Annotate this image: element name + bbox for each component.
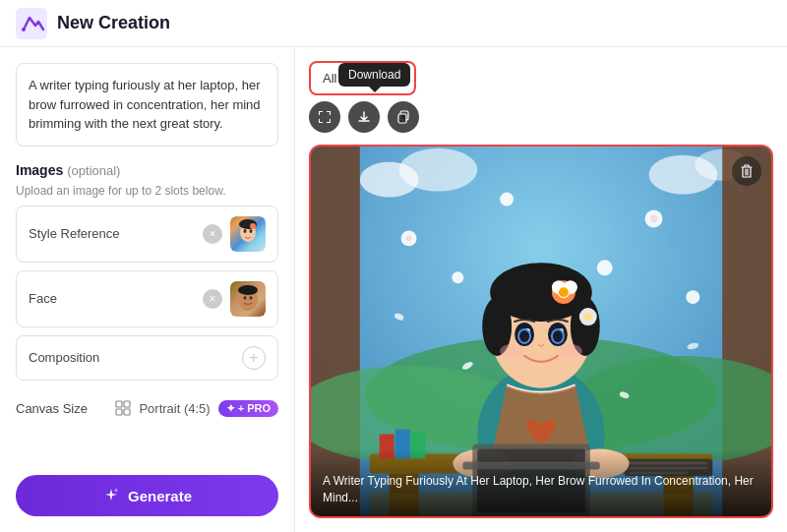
generate-label: Generate — [128, 488, 192, 504]
action-bar — [309, 101, 773, 133]
face-thumb — [230, 281, 266, 317]
app-logo-icon — [16, 8, 47, 39]
svg-point-5 — [250, 229, 253, 233]
style-reference-remove-btn[interactable]: × — [203, 224, 222, 244]
images-title: Images — [16, 162, 63, 178]
svg-point-59 — [584, 313, 592, 321]
svg-point-29 — [452, 271, 463, 283]
left-panel: A writer typing furiously at her laptop,… — [0, 47, 295, 532]
images-optional: (optional) — [67, 163, 120, 178]
caption-text: A Writer Typing Furiously At Her Laptop,… — [323, 474, 754, 504]
delete-btn[interactable] — [732, 156, 761, 186]
svg-rect-17 — [398, 114, 406, 123]
svg-point-10 — [250, 296, 253, 300]
image-card: A Writer Typing Furiously At Her Laptop,… — [309, 145, 773, 518]
svg-rect-12 — [116, 401, 122, 407]
svg-point-31 — [406, 235, 412, 241]
images-section: Images (optional) Upload an image for up… — [16, 162, 278, 381]
style-reference-thumb — [230, 216, 266, 252]
download-btn[interactable] — [348, 101, 380, 133]
prompt-text: A writer typing furiously at her laptop,… — [29, 78, 261, 131]
svg-point-9 — [244, 296, 247, 300]
svg-point-69 — [559, 344, 582, 358]
canvas-size-value-row: Portrait (4:5) ✦ + PRO — [115, 400, 278, 417]
prompt-box[interactable]: A writer typing furiously at her laptop,… — [16, 63, 278, 147]
canvas-size-value: Portrait (4:5) — [139, 401, 210, 416]
svg-point-1 — [22, 28, 26, 31]
image-caption: A Writer Typing Furiously At Her Laptop,… — [311, 449, 771, 516]
svg-rect-0 — [16, 8, 47, 39]
composition-slot: Composition + — [16, 335, 278, 381]
tooltip-text: Download — [348, 68, 400, 82]
copy-btn[interactable] — [388, 101, 419, 133]
face-slot: Face × — [16, 270, 278, 327]
canvas-grid-icon — [115, 400, 131, 416]
svg-rect-15 — [124, 409, 130, 415]
svg-point-20 — [399, 148, 478, 192]
svg-point-57 — [559, 287, 569, 297]
top-bar: All Projects ▼ Download — [309, 61, 773, 95]
download-icon — [357, 110, 371, 124]
tooltip-container: Download — [338, 63, 410, 90]
canvas-size-row: Canvas Size Portrait (4:5) ✦ + PRO — [16, 396, 278, 421]
style-reference-label: Style Reference — [29, 226, 120, 241]
composition-add-btn[interactable]: + — [242, 346, 266, 370]
header: New Creation — [0, 0, 787, 47]
main-content: A writer typing furiously at her laptop,… — [0, 47, 787, 532]
right-panel: All Projects ▼ Download — [295, 47, 787, 532]
canvas-size-label: Canvas Size — [16, 401, 88, 416]
generate-sparkle-icon — [102, 487, 120, 504]
svg-point-28 — [597, 260, 613, 275]
face-controls: × — [203, 281, 266, 317]
svg-rect-14 — [116, 409, 122, 415]
composition-label: Composition — [29, 350, 99, 365]
face-label: Face — [29, 291, 57, 306]
images-subtitle: Upload an image for up to 2 slots below. — [16, 184, 278, 198]
expand-btn[interactable] — [309, 101, 340, 133]
svg-point-4 — [244, 229, 247, 233]
copy-icon — [396, 110, 410, 124]
delete-icon — [740, 164, 754, 178]
svg-point-67 — [553, 330, 563, 342]
svg-point-7 — [250, 223, 256, 229]
svg-point-11 — [238, 285, 258, 295]
svg-point-68 — [500, 344, 523, 358]
svg-point-30 — [686, 290, 699, 304]
expand-icon — [318, 110, 332, 124]
svg-rect-13 — [124, 401, 130, 407]
generate-button[interactable]: Generate — [16, 475, 278, 516]
style-reference-slot: Style Reference × — [16, 206, 278, 263]
pro-badge: ✦ + PRO — [218, 400, 278, 417]
face-remove-btn[interactable]: × — [203, 289, 222, 309]
tooltip-box: Download — [338, 63, 410, 87]
svg-point-66 — [519, 330, 529, 342]
style-reference-controls: × — [203, 216, 266, 252]
svg-point-32 — [650, 215, 658, 223]
svg-point-27 — [500, 193, 514, 207]
page-title: New Creation — [57, 13, 170, 33]
